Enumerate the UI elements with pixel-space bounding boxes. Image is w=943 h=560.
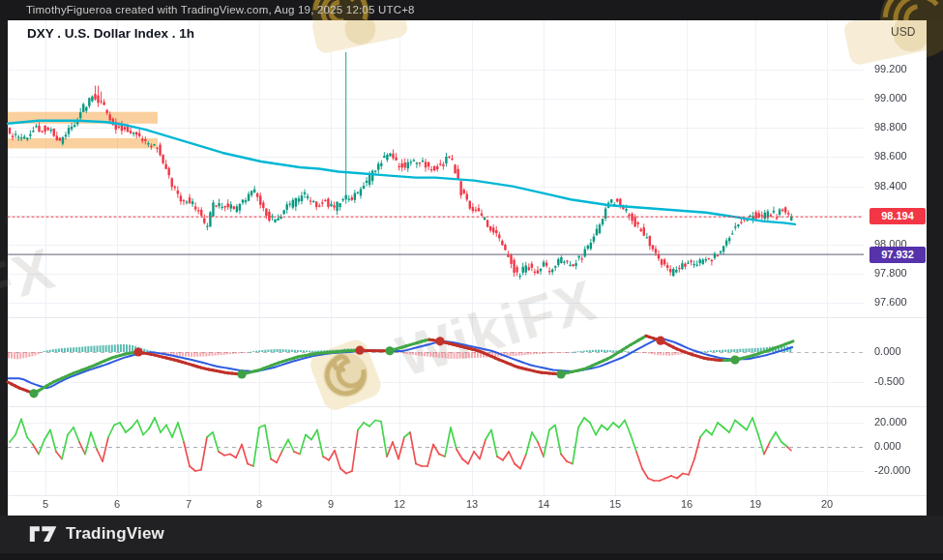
price-tick-label: 98.600 xyxy=(874,150,907,162)
marked-level-badge: 97.932 xyxy=(869,247,926,263)
price-tick-label: 98.800 xyxy=(874,121,907,133)
price-tick-label: 0.000 xyxy=(874,440,901,452)
price-tick-label: 97.800 xyxy=(874,267,907,279)
tradingview-chart-screenshot: WikiFX WikiFX TimothyFigueroa created wi… xyxy=(0,0,943,560)
time-tick-label: 19 xyxy=(745,498,766,510)
price-tick-label: 97.600 xyxy=(874,296,907,308)
time-tick-label: 20 xyxy=(816,498,838,510)
time-tick-label: 16 xyxy=(676,498,697,510)
price-tick-label: 98.400 xyxy=(874,180,907,192)
price-axis-currency-label: USD xyxy=(891,25,915,39)
last-price-badge: 98.194 xyxy=(869,208,926,224)
price-tick-label: -20.000 xyxy=(874,464,910,476)
tradingview-logo-icon xyxy=(29,525,58,544)
tradingview-logo-text: TradingView xyxy=(66,524,164,544)
price-tick-label: 99.000 xyxy=(874,92,907,103)
price-tick-label: 20.000 xyxy=(874,416,907,427)
time-tick-label: 6 xyxy=(106,498,128,510)
bottom-bar-divider xyxy=(0,553,943,560)
time-tick-label: 5 xyxy=(35,498,56,510)
time-tick-label: 15 xyxy=(604,498,626,510)
attribution-text: TimothyFigueroa created with TradingView… xyxy=(26,4,415,15)
tradingview-logo[interactable]: TradingView xyxy=(29,524,164,544)
time-tick-label: 14 xyxy=(533,498,554,510)
time-tick-label: 7 xyxy=(178,498,199,510)
price-tick-label: 0.000 xyxy=(874,345,901,357)
bottom-brand-bar: TradingView xyxy=(0,516,943,560)
price-tick-label: 99.200 xyxy=(874,63,907,74)
chart-title: DXY . U.S. Dollar Index . 1h xyxy=(27,26,194,41)
price-tick-label: -0.500 xyxy=(874,375,904,387)
time-tick-label: 12 xyxy=(389,498,410,510)
time-tick-label: 9 xyxy=(320,498,341,510)
time-tick-label: 8 xyxy=(249,498,270,510)
time-tick-label: 13 xyxy=(461,498,483,510)
chart-canvas[interactable] xyxy=(0,0,943,560)
